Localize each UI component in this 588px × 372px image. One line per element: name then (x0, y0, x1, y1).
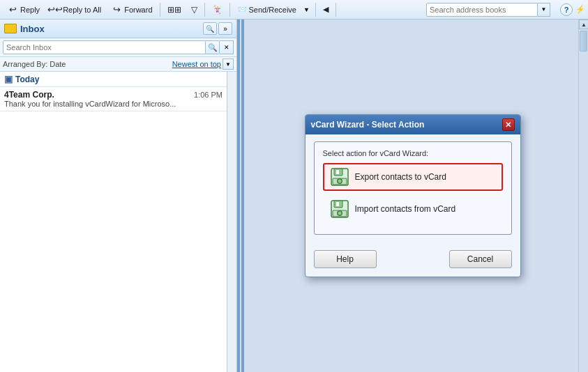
reply-button[interactable]: ↩ Reply (3, 2, 44, 17)
svg-rect-8 (336, 202, 339, 206)
sort-bar: Arranged By: Date Newest on top ▼ (0, 57, 236, 72)
today-section-header: ▣ Today (0, 72, 227, 87)
envelope-icon: 📨 (237, 5, 247, 14)
nav-back-button[interactable]: ◀ (319, 3, 333, 16)
dialog-body: Select action for vCard Wizard: (306, 134, 520, 250)
svg-point-11 (338, 212, 341, 215)
toolbar: ↩ Reply ↩↩ Reply to All ↪ Forward ⊞⊞ ▽ 🃏… (0, 0, 588, 20)
dialog-action-group: Select action for vCard Wizard: (314, 141, 512, 235)
dialog-close-button[interactable]: ✕ (502, 118, 515, 131)
export-contacts-button[interactable]: Export contacts to vCard (323, 163, 503, 191)
inbox-header-buttons: 🔍 » (203, 22, 232, 35)
grid-icon: ⊞⊞ (167, 5, 181, 15)
search-address-bar: ▼ (426, 3, 550, 17)
filter-button[interactable]: ▽ (187, 3, 202, 17)
inbox-search-clear-button[interactable]: ✕ (220, 40, 234, 54)
inbox-search-bar: 🔍 ✕ (0, 38, 236, 57)
reply-all-icon: ↩↩ (50, 4, 61, 15)
magnifier-icon: 🔍 (206, 25, 214, 33)
search-address-input[interactable] (426, 3, 538, 17)
vcard-icon: 🃏 (212, 5, 223, 15)
export-vcard-icon (330, 167, 349, 187)
inbox-search-button[interactable]: 🔍 (206, 40, 220, 54)
quick-access-icon: ⚡ (575, 5, 585, 14)
separator-5 (336, 3, 336, 17)
vcard-wizard-dialog: vCard Wizard - Select Action ✕ Select ac… (305, 114, 521, 277)
chevron-down-icon: ▼ (303, 6, 310, 13)
search-icon: 🔍 (208, 43, 218, 52)
import-contacts-button[interactable]: Import contacts from vCard (323, 195, 503, 223)
grid-view-button[interactable]: ⊞⊞ (163, 3, 186, 17)
message-list-wrapper: ▣ Today 4Team Corp. 1:06 PM Thank you fo… (0, 72, 236, 372)
table-row[interactable]: 4Team Corp. 1:06 PM Thank you for instal… (0, 87, 227, 111)
chevron-down-icon: ▼ (541, 6, 547, 13)
message-header-row: 4Team Corp. 1:06 PM (4, 90, 223, 100)
inbox-search-input[interactable] (3, 40, 206, 54)
reply-all-button[interactable]: ↩↩ Reply to All (45, 2, 105, 17)
reading-pane: ▲ vCard Wizard - Select Action ✕ Select … (237, 20, 588, 372)
close-icon: ✕ (224, 44, 229, 51)
dialog-titlebar: vCard Wizard - Select Action ✕ (306, 115, 520, 134)
svg-point-5 (338, 180, 341, 183)
separator-3 (229, 3, 230, 17)
vcardwizard-button[interactable]: 🃏 (208, 3, 227, 17)
forward-icon: ↪ (111, 4, 122, 15)
message-list-scrollbar[interactable] (227, 72, 236, 372)
separator-4 (315, 3, 316, 17)
inbox-expand-button[interactable]: » (218, 22, 232, 35)
left-panel: Inbox 🔍 » 🔍 ✕ Arranged By: Date (0, 20, 237, 372)
main-layout: Inbox 🔍 » 🔍 ✕ Arranged By: Date (0, 20, 588, 372)
inbox-search-toggle-button[interactable]: 🔍 (203, 22, 217, 35)
close-icon: ✕ (505, 121, 511, 130)
search-address-dropdown-button[interactable]: ▼ (538, 3, 550, 17)
dialog-footer: Help Cancel (306, 250, 520, 277)
dialog-cancel-button[interactable]: Cancel (449, 250, 512, 268)
sort-dropdown-button[interactable]: ▼ (223, 59, 234, 70)
separator-1 (160, 3, 160, 17)
inbox-folder-icon (4, 24, 17, 33)
send-receive-group: 📨 Send/Receive ▼ (233, 3, 312, 16)
send-receive-main-button[interactable]: 📨 Send/Receive (233, 3, 301, 16)
dialog-overlay: vCard Wizard - Select Action ✕ Select ac… (237, 20, 588, 372)
help-icon-button[interactable]: ? (560, 3, 573, 16)
filter-icon: ▽ (191, 5, 197, 15)
separator-2 (204, 3, 205, 17)
calendar-icon: ▣ (4, 74, 13, 84)
inbox-title: Inbox (4, 24, 45, 34)
back-arrow-icon: ◀ (323, 5, 329, 14)
svg-rect-2 (336, 170, 339, 174)
expand-icon: » (223, 25, 227, 33)
dialog-help-button[interactable]: Help (314, 250, 377, 268)
reply-icon: ↩ (7, 4, 18, 15)
chevron-down-icon: ▼ (225, 61, 231, 68)
message-list: ▣ Today 4Team Corp. 1:06 PM Thank you fo… (0, 72, 227, 372)
forward-button[interactable]: ↪ Forward (107, 2, 156, 17)
inbox-header: Inbox 🔍 » (0, 20, 236, 38)
import-vcard-icon (330, 199, 349, 219)
send-receive-dropdown-button[interactable]: ▼ (301, 4, 312, 15)
